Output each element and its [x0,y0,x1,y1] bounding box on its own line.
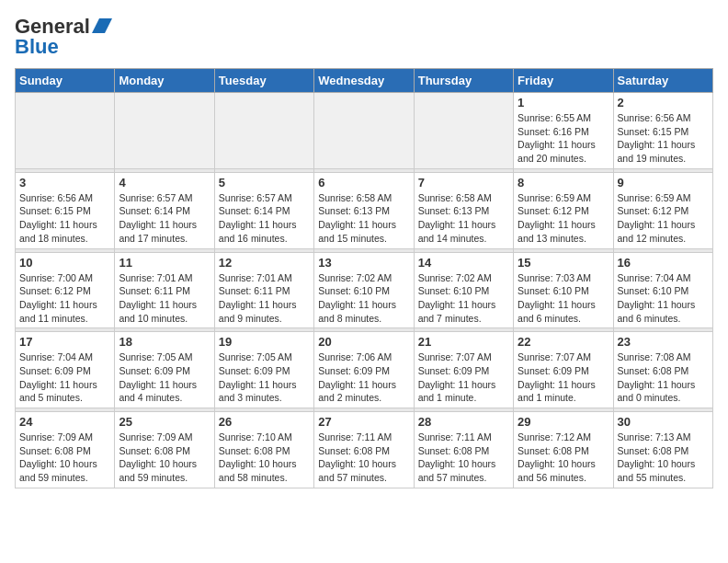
day-number: 7 [418,176,509,190]
day-number: 18 [119,335,210,349]
day-number: 17 [19,335,110,349]
calendar-cell: 4Sunrise: 6:57 AMSunset: 6:14 PMDaylight… [115,172,214,248]
day-info: Sunrise: 6:57 AMSunset: 6:14 PMDaylight:… [119,191,210,246]
calendar-cell [214,93,313,169]
logo-blue-text: Blue [15,35,59,58]
calendar-cell: 30Sunrise: 7:13 AMSunset: 6:08 PMDayligh… [613,412,712,488]
day-number: 6 [318,176,409,190]
day-number: 23 [618,335,709,349]
header: General Blue [15,15,713,59]
calendar-week-row: 3Sunrise: 6:56 AMSunset: 6:15 PMDaylight… [16,172,713,248]
calendar-cell: 9Sunrise: 6:59 AMSunset: 6:12 PMDaylight… [613,172,712,248]
day-number: 2 [618,96,709,109]
calendar-cell: 26Sunrise: 7:10 AMSunset: 6:08 PMDayligh… [214,412,313,488]
calendar-cell: 12Sunrise: 7:01 AMSunset: 6:11 PMDayligh… [214,252,313,328]
day-info: Sunrise: 7:01 AMSunset: 6:11 PMDaylight:… [219,271,310,326]
day-info: Sunrise: 6:56 AMSunset: 6:15 PMDaylight:… [618,111,709,166]
logo: General Blue [15,15,112,59]
svg-marker-0 [92,18,112,33]
day-info: Sunrise: 6:57 AMSunset: 6:14 PMDaylight:… [219,191,310,246]
day-number: 26 [219,415,310,429]
day-number: 1 [518,96,609,109]
calendar-week-row: 10Sunrise: 7:00 AMSunset: 6:12 PMDayligh… [16,252,713,328]
calendar-cell: 20Sunrise: 7:06 AMSunset: 6:09 PMDayligh… [314,332,414,408]
day-number: 9 [618,176,709,190]
day-number: 25 [119,415,210,429]
weekday-header-row: SundayMondayTuesdayWednesdayThursdayFrid… [16,69,713,93]
calendar-cell: 18Sunrise: 7:05 AMSunset: 6:09 PMDayligh… [115,332,214,408]
weekday-header: Monday [115,69,214,93]
calendar-cell: 10Sunrise: 7:00 AMSunset: 6:12 PMDayligh… [16,252,115,328]
day-number: 5 [219,176,310,190]
calendar-week-row: 17Sunrise: 7:04 AMSunset: 6:09 PMDayligh… [16,332,713,408]
day-number: 30 [618,415,709,429]
day-info: Sunrise: 6:56 AMSunset: 6:15 PMDaylight:… [19,191,110,246]
day-info: Sunrise: 7:04 AMSunset: 6:09 PMDaylight:… [19,350,110,405]
day-info: Sunrise: 7:04 AMSunset: 6:10 PMDaylight:… [618,271,709,326]
calendar-cell: 25Sunrise: 7:09 AMSunset: 6:08 PMDayligh… [115,412,214,488]
weekday-header: Friday [514,69,613,93]
calendar-cell: 22Sunrise: 7:07 AMSunset: 6:09 PMDayligh… [514,332,613,408]
day-number: 19 [219,335,310,349]
calendar-cell: 3Sunrise: 6:56 AMSunset: 6:15 PMDaylight… [16,172,115,248]
calendar-cell: 14Sunrise: 7:02 AMSunset: 6:10 PMDayligh… [414,252,513,328]
day-number: 28 [418,415,509,429]
logo-icon [92,17,112,35]
weekday-header: Sunday [16,69,115,93]
day-info: Sunrise: 7:09 AMSunset: 6:08 PMDaylight:… [119,431,210,485]
day-info: Sunrise: 7:00 AMSunset: 6:12 PMDaylight:… [19,271,110,326]
day-number: 14 [418,256,509,270]
calendar-cell: 17Sunrise: 7:04 AMSunset: 6:09 PMDayligh… [16,332,115,408]
calendar-cell: 19Sunrise: 7:05 AMSunset: 6:09 PMDayligh… [214,332,313,408]
day-info: Sunrise: 6:55 AMSunset: 6:16 PMDaylight:… [518,111,609,166]
day-info: Sunrise: 7:05 AMSunset: 6:09 PMDaylight:… [119,350,210,405]
calendar-week-row: 24Sunrise: 7:09 AMSunset: 6:08 PMDayligh… [16,412,713,488]
day-info: Sunrise: 6:58 AMSunset: 6:13 PMDaylight:… [418,191,509,246]
weekday-header: Saturday [613,69,712,93]
calendar-cell [16,93,115,169]
day-number: 11 [119,256,210,270]
day-info: Sunrise: 7:13 AMSunset: 6:08 PMDaylight:… [618,431,709,485]
day-info: Sunrise: 7:12 AMSunset: 6:08 PMDaylight:… [518,431,609,485]
calendar-cell: 21Sunrise: 7:07 AMSunset: 6:09 PMDayligh… [414,332,513,408]
calendar-cell: 28Sunrise: 7:11 AMSunset: 6:08 PMDayligh… [414,412,513,488]
calendar-cell: 6Sunrise: 6:58 AMSunset: 6:13 PMDaylight… [314,172,414,248]
day-number: 21 [418,335,509,349]
calendar-cell: 13Sunrise: 7:02 AMSunset: 6:10 PMDayligh… [314,252,414,328]
day-info: Sunrise: 6:58 AMSunset: 6:13 PMDaylight:… [318,191,409,246]
day-number: 10 [19,256,110,270]
day-info: Sunrise: 7:09 AMSunset: 6:08 PMDaylight:… [19,431,110,485]
day-info: Sunrise: 7:02 AMSunset: 6:10 PMDaylight:… [318,271,409,326]
day-number: 12 [219,256,310,270]
calendar-cell: 24Sunrise: 7:09 AMSunset: 6:08 PMDayligh… [16,412,115,488]
calendar-cell: 11Sunrise: 7:01 AMSunset: 6:11 PMDayligh… [115,252,214,328]
day-number: 27 [318,415,409,429]
weekday-header: Wednesday [314,69,414,93]
calendar-cell [414,93,513,169]
calendar-cell: 15Sunrise: 7:03 AMSunset: 6:10 PMDayligh… [514,252,613,328]
day-info: Sunrise: 7:07 AMSunset: 6:09 PMDaylight:… [518,350,609,405]
day-info: Sunrise: 6:59 AMSunset: 6:12 PMDaylight:… [618,191,709,246]
day-number: 29 [518,415,609,429]
weekday-header: Tuesday [214,69,313,93]
day-info: Sunrise: 6:59 AMSunset: 6:12 PMDaylight:… [518,191,609,246]
day-info: Sunrise: 7:11 AMSunset: 6:08 PMDaylight:… [418,431,509,485]
day-info: Sunrise: 7:03 AMSunset: 6:10 PMDaylight:… [518,271,609,326]
calendar-cell: 8Sunrise: 6:59 AMSunset: 6:12 PMDaylight… [514,172,613,248]
weekday-header: Thursday [414,69,513,93]
calendar-cell: 23Sunrise: 7:08 AMSunset: 6:08 PMDayligh… [613,332,712,408]
calendar-table: SundayMondayTuesdayWednesdayThursdayFrid… [15,68,713,488]
day-info: Sunrise: 7:10 AMSunset: 6:08 PMDaylight:… [219,431,310,485]
day-number: 15 [518,256,609,270]
calendar-cell: 1Sunrise: 6:55 AMSunset: 6:16 PMDaylight… [514,93,613,169]
day-info: Sunrise: 7:02 AMSunset: 6:10 PMDaylight:… [418,271,509,326]
calendar-cell: 29Sunrise: 7:12 AMSunset: 6:08 PMDayligh… [514,412,613,488]
calendar-cell: 2Sunrise: 6:56 AMSunset: 6:15 PMDaylight… [613,93,712,169]
calendar-cell: 27Sunrise: 7:11 AMSunset: 6:08 PMDayligh… [314,412,414,488]
day-number: 24 [19,415,110,429]
day-number: 3 [19,176,110,190]
day-number: 8 [518,176,609,190]
day-number: 20 [318,335,409,349]
day-info: Sunrise: 7:05 AMSunset: 6:09 PMDaylight:… [219,350,310,405]
calendar-cell: 7Sunrise: 6:58 AMSunset: 6:13 PMDaylight… [414,172,513,248]
